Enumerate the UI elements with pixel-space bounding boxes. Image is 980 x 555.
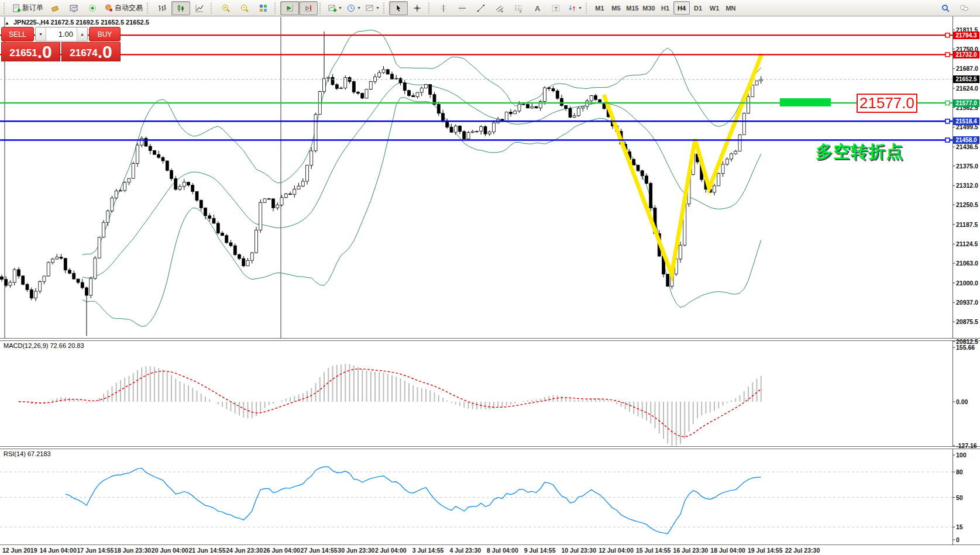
chat-button[interactable] [955,1,974,15]
bars-icon [157,4,167,13]
time-label: 18 Jun 23:30 [114,547,151,554]
timeframe-button-m30[interactable]: M30 [641,1,657,15]
indicators-button[interactable]: ▾ [325,1,344,15]
buy-button[interactable]: BUY [89,27,121,42]
timeframe-button-mn[interactable]: MN [723,1,739,15]
zoom-in-button[interactable] [216,1,235,15]
price-badge-21652.5: 21652.5 [953,75,979,83]
text-icon: A [532,4,542,13]
hline-icon [458,4,467,13]
trendline-button[interactable] [472,1,490,15]
autoscroll-icon [285,4,294,13]
collapse-triangle-icon[interactable]: ▲ [5,20,9,26]
eraser-icon [50,4,60,13]
sell-button[interactable]: SELL [1,27,34,42]
rsi-axis-label: 50 [956,494,963,501]
svg-text:A: A [535,4,541,12]
bollinger-lower [82,98,761,327]
volume-up-button[interactable]: ▲ [77,27,87,41]
label-icon: T [551,4,561,13]
text-label-button[interactable]: T [546,1,565,15]
channel-button[interactable]: E [490,1,509,15]
toolbar-grip [383,3,386,13]
price-tick-label: 21375.0 [956,163,978,170]
horizontal-line-button[interactable] [453,1,472,15]
dropdown-caret-icon[interactable]: ▾ [376,5,379,11]
volume-down-button[interactable]: ▼ [36,27,46,41]
buy-price[interactable]: 21674 .0 [61,42,121,61]
pane-separator-rsi[interactable] [0,446,980,449]
text-button[interactable]: A [528,1,546,15]
turning-point-annotation[interactable]: 多空转折点 [816,140,903,164]
chart-header: ▲ JPN225-,H4 21672.5 21692.5 21652.5 216… [5,19,149,26]
bollinger-upper [82,30,761,254]
timeframe-button-h4[interactable]: H4 [673,1,690,15]
timeframe-button-m1[interactable]: M1 [592,1,608,15]
highlight-rect-annotation [780,98,831,106]
auto-scroll-button[interactable] [280,1,299,15]
rsi-axis-label: 100 [956,451,967,459]
pane-separator-macd[interactable] [0,338,980,341]
autotrade-button[interactable]: 自动交易 [102,1,145,15]
macd-axis-label: 0.00 [956,398,968,405]
time-label: 14 Jun 04:00 [40,547,77,554]
indicators-icon [328,4,337,13]
time-label: 2 Jul 04:00 [375,547,407,554]
vline-icon [439,4,448,13]
price-tick-label: 20937.0 [956,299,978,306]
shapes-button[interactable]: ▾ [565,1,584,15]
shift-icon [304,4,313,13]
time-label: 8 Jul 04:00 [487,547,518,554]
timeframe-button-m15[interactable]: M15 [624,1,641,15]
timeframe-button-m5[interactable]: M5 [608,1,624,15]
zoom-out-button[interactable] [235,1,254,15]
search-button[interactable] [936,1,955,15]
price-tick-label: 21687.0 [956,65,978,72]
periods-button[interactable]: ▾ [344,1,363,15]
cursor-icon [394,4,403,13]
autotrade-icon [104,4,114,13]
macd-label: MACD(12,26,9) 72.66 20.83 [4,342,84,349]
search-icon [941,4,950,13]
time-label: 10 Jul 23:30 [562,547,597,554]
cursor-button[interactable] [389,1,408,15]
time-label: 21 Jun 14:55 [189,547,226,554]
chart-shift-button[interactable] [299,1,318,15]
time-label: 4 Jul 23:30 [449,547,481,554]
price-annotation-box[interactable]: 21577.0 [857,94,917,113]
signal-icon [88,4,97,13]
chart-window[interactable]: ▲ JPN225-,H4 21672.5 21692.5 21652.5 216… [0,0,980,555]
new-order-button[interactable]: 新订单 [9,1,46,15]
timeframe-button-h1[interactable]: H1 [657,1,673,15]
tile-windows-button[interactable] [254,1,273,15]
bar-chart-button[interactable] [153,1,171,15]
price-badge-21794.3: 21794.3 [953,32,979,39]
dropdown-caret-icon[interactable]: ▾ [579,5,581,11]
price-tick-label: 21436.5 [956,143,978,150]
time-label: 27 Jun 14:55 [301,547,338,554]
timeframe-button-d1[interactable]: D1 [690,1,706,15]
timeframe-button-w1[interactable]: W1 [706,1,723,15]
candle-chart-button[interactable] [171,1,190,15]
macd-pane[interactable] [19,364,761,446]
main-pane[interactable] [1,17,763,338]
chart-canvas[interactable] [0,0,980,555]
templates-button[interactable]: ▾ [363,1,381,15]
dropdown-caret-icon[interactable]: ▾ [339,5,341,11]
time-label: 30 Jun 23:30 [338,547,374,554]
crosshair-button[interactable] [408,1,427,15]
rsi-pane[interactable] [0,467,953,533]
sell-price[interactable]: 21651 .0 [1,42,60,61]
vertical-line-button[interactable] [434,1,453,15]
signal-button[interactable] [83,1,102,15]
tiles-icon [259,4,268,13]
volume-stepper[interactable]: ▼ 1.00 ▲ [35,27,88,42]
dropdown-caret-icon[interactable]: ▾ [357,5,360,11]
volume-value[interactable]: 1.00 [46,27,77,41]
line-chart-button[interactable] [190,1,209,15]
eraser-button[interactable] [46,1,64,15]
time-label: 17 Jun 14:55 [77,547,114,554]
fibonacci-button[interactable]: F [509,1,528,15]
price-tick-label: 21624.0 [956,85,978,92]
market-watch-button[interactable] [64,1,83,15]
